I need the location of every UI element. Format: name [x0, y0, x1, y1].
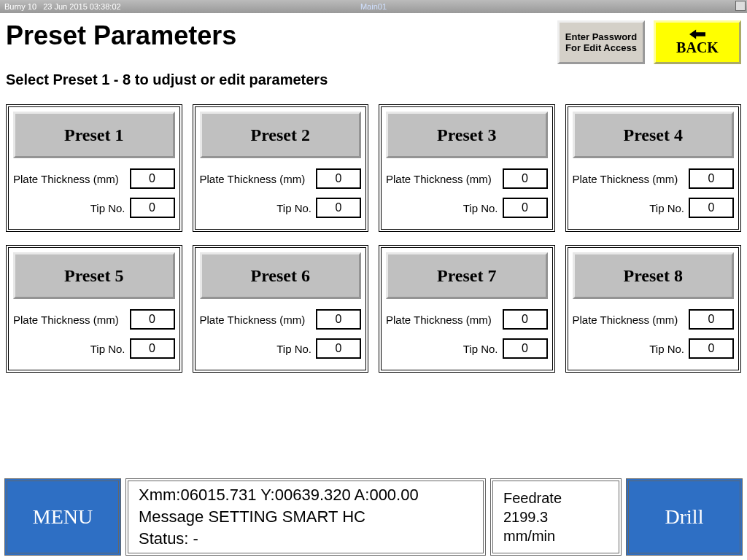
plate-thickness-value[interactable]: 0: [316, 309, 361, 330]
message-readout: Message SETTING SMART HC: [139, 506, 365, 528]
plate-thickness-label: Plate Thickness (mm): [13, 173, 130, 185]
preset-card: Preset 7 Plate Thickness (mm) 0 Tip No. …: [379, 245, 555, 373]
plate-thickness-label: Plate Thickness (mm): [573, 314, 689, 326]
footer-bar: MENU Xmm:06015.731 Y:00639.320 A:000.00 …: [0, 474, 747, 560]
feedrate-unit: mm/min: [503, 526, 555, 545]
tip-no-value[interactable]: 0: [130, 198, 175, 218]
preset-button[interactable]: Preset 2: [200, 112, 362, 158]
plate-thickness-label: Plate Thickness (mm): [386, 314, 503, 326]
plate-thickness-value[interactable]: 0: [316, 168, 361, 189]
preset-card: Preset 3 Plate Thickness (mm) 0 Tip No. …: [379, 104, 555, 232]
preset-grid: Preset 1 Plate Thickness (mm) 0 Tip No. …: [6, 104, 741, 373]
window-close-icon[interactable]: [735, 1, 746, 11]
enter-password-button[interactable]: Enter Password For Edit Access: [557, 20, 645, 64]
tip-no-value[interactable]: 0: [689, 338, 734, 359]
preset-card: Preset 5 Plate Thickness (mm) 0 Tip No. …: [6, 245, 182, 373]
preset-card: Preset 8 Plate Thickness (mm) 0 Tip No. …: [565, 245, 742, 373]
preset-button[interactable]: Preset 7: [386, 252, 548, 299]
tip-no-value[interactable]: 0: [316, 198, 361, 218]
preset-button[interactable]: Preset 3: [386, 112, 548, 158]
preset-card: Preset 1 Plate Thickness (mm) 0 Tip No. …: [6, 104, 182, 232]
svg-marker-0: [689, 29, 705, 39]
preset-card: Preset 6 Plate Thickness (mm) 0 Tip No. …: [193, 245, 369, 373]
plate-thickness-value[interactable]: 0: [130, 168, 175, 189]
back-arrow-icon: [689, 29, 705, 39]
plate-thickness-value[interactable]: 0: [130, 309, 175, 330]
tip-no-value[interactable]: 0: [689, 198, 734, 218]
plate-thickness-label: Plate Thickness (mm): [573, 173, 689, 185]
plate-thickness-label: Plate Thickness (mm): [200, 173, 317, 185]
page-subtitle: Select Preset 1 - 8 to udjust or edit pa…: [6, 71, 741, 88]
feedrate-label: Feedrate: [503, 489, 562, 508]
tip-no-value[interactable]: 0: [503, 338, 548, 359]
plate-thickness-label: Plate Thickness (mm): [200, 314, 317, 326]
main-content: Preset Parameters Enter Password For Edi…: [0, 13, 747, 474]
tip-no-value[interactable]: 0: [316, 338, 361, 359]
status-readout: Status: -: [139, 528, 198, 550]
window-titlebar: Burny 10 23 Jun 2015 03:38:02 Main01: [0, 0, 747, 13]
preset-button[interactable]: Preset 1: [13, 112, 175, 158]
preset-card: Preset 4 Plate Thickness (mm) 0 Tip No. …: [565, 104, 742, 232]
plate-thickness-value[interactable]: 0: [689, 168, 734, 189]
preset-button[interactable]: Preset 8: [573, 252, 735, 299]
plate-thickness-label: Plate Thickness (mm): [13, 314, 130, 326]
preset-button[interactable]: Preset 5: [13, 252, 175, 299]
tip-no-value[interactable]: 0: [503, 198, 548, 218]
tip-no-label: Tip No.: [200, 202, 317, 214]
status-panel: Xmm:06015.731 Y:00639.320 A:000.00 Messa…: [125, 478, 486, 556]
tip-no-label: Tip No.: [573, 343, 689, 355]
preset-button[interactable]: Preset 4: [573, 112, 735, 158]
back-button[interactable]: BACK: [654, 20, 741, 64]
feedrate-panel: Feedrate 2199.3 mm/min: [490, 478, 622, 556]
plate-thickness-value[interactable]: 0: [689, 309, 734, 330]
titlebar-app: Burny 10 23 Jun 2015 03:38:02: [4, 2, 121, 11]
plate-thickness-label: Plate Thickness (mm): [386, 173, 503, 185]
preset-button[interactable]: Preset 6: [200, 252, 362, 299]
titlebar-screen-name: Main01: [360, 2, 387, 11]
tip-no-label: Tip No.: [573, 202, 689, 214]
plate-thickness-value[interactable]: 0: [503, 309, 548, 330]
page-title: Preset Parameters: [6, 20, 557, 51]
drill-button[interactable]: Drill: [626, 478, 743, 556]
tip-no-label: Tip No.: [13, 202, 130, 214]
tip-no-label: Tip No.: [200, 343, 317, 355]
plate-thickness-value[interactable]: 0: [503, 168, 548, 189]
tip-no-label: Tip No.: [386, 343, 503, 355]
menu-button[interactable]: MENU: [4, 478, 121, 556]
coordinates-readout: Xmm:06015.731 Y:00639.320 A:000.00: [139, 484, 419, 506]
tip-no-value[interactable]: 0: [130, 338, 175, 359]
feedrate-value: 2199.3: [503, 508, 548, 526]
preset-card: Preset 2 Plate Thickness (mm) 0 Tip No. …: [193, 104, 369, 232]
tip-no-label: Tip No.: [13, 343, 130, 355]
tip-no-label: Tip No.: [386, 202, 503, 214]
